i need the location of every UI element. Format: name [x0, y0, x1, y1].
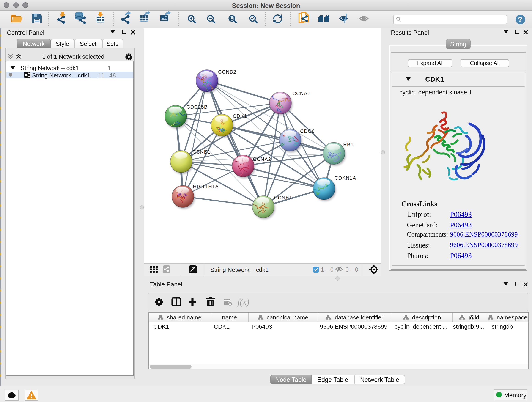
svg-text:CDC6: CDC6 — [300, 128, 315, 134]
svg-text:0 – 0: 0 – 0 — [346, 266, 358, 273]
svg-text:CCNB2: CCNB2 — [218, 69, 236, 75]
svg-text:HIST1H1A: HIST1H1A — [193, 184, 219, 190]
svg-text:1 – 0: 1 – 0 — [321, 266, 334, 273]
svg-text:CCNE1: CCNE1 — [274, 195, 292, 201]
svg-text:CDC25B: CDC25B — [186, 104, 208, 110]
svg-text:f(x): f(x) — [237, 297, 249, 307]
svg-text:CDK1: CDK1 — [233, 113, 247, 119]
svg-text:CCNA2: CCNA2 — [253, 156, 271, 162]
svg-text:RB1: RB1 — [343, 142, 354, 147]
svg-text:CCNB1: CCNB1 — [192, 149, 210, 155]
svg-text:CCNA1: CCNA1 — [292, 90, 310, 96]
svg-text:CDKN1A: CDKN1A — [335, 175, 356, 181]
